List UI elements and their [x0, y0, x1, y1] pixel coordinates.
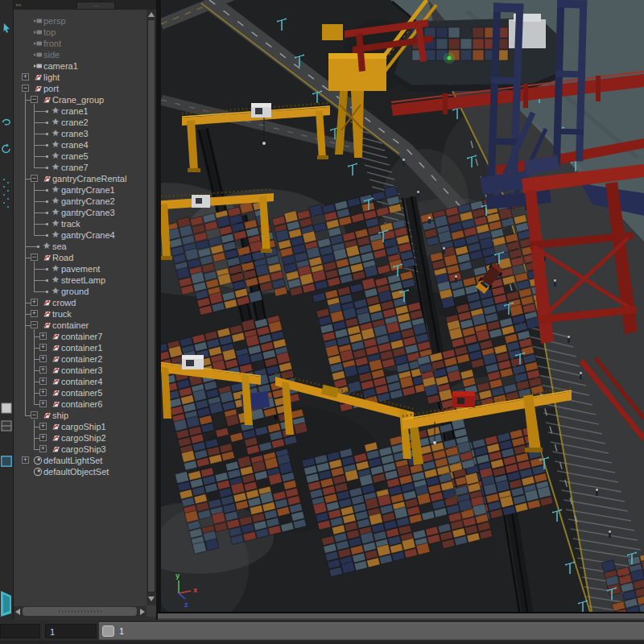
expander-container1[interactable]: + [39, 344, 47, 351]
scroll-down-arrow[interactable] [148, 597, 155, 601]
item-label: light [43, 72, 60, 83]
layout-teal-icon[interactable] [1, 589, 12, 618]
horizontal-scroll-thumb[interactable] [23, 607, 137, 616]
outliner-item-side[interactable]: side [14, 49, 147, 60]
person-figure [402, 159, 405, 166]
set-icon [33, 467, 43, 477]
paint-dots-icon[interactable] [1, 177, 12, 209]
outliner-horizontal-scrollbar[interactable] [14, 606, 147, 617]
playback-field[interactable] [0, 624, 40, 638]
scroll-left-arrow[interactable] [15, 609, 20, 615]
scroll-right-arrow[interactable] [140, 609, 145, 615]
person-figure [554, 279, 556, 287]
tree-dot [46, 133, 48, 135]
expander-container4[interactable]: + [39, 378, 47, 385]
item-label: defaultLightSet [43, 455, 102, 466]
layout-box-b-icon[interactable] [1, 420, 12, 431]
expander-container6[interactable]: + [39, 400, 47, 407]
mesh-icon [51, 196, 60, 206]
vertical-scroll-thumb[interactable] [147, 19, 155, 592]
expander-light[interactable]: + [22, 73, 29, 80]
layout-box-a-icon[interactable] [1, 402, 12, 414]
item-label: gantryCrane4 [61, 229, 115, 241]
expander-Crane_group[interactable]: − [31, 96, 38, 103]
expander-container[interactable]: − [31, 321, 38, 328]
mesh-icon [51, 140, 60, 150]
tree-dot [46, 268, 48, 270]
transform-icon [42, 320, 52, 330]
transform-icon [42, 95, 52, 105]
transform-icon [51, 399, 60, 409]
outliner-item-camera1[interactable]: camera1 [14, 60, 147, 72]
expander-port[interactable]: − [22, 85, 29, 92]
item-label: track [61, 218, 80, 229]
lasso-tool-icon[interactable] [1, 116, 12, 127]
scroll-up-arrow[interactable] [148, 12, 155, 17]
select-cursor-icon[interactable] [1, 23, 12, 34]
outliner-item-truck[interactable]: +truck [14, 308, 147, 320]
expander-cargoShip1[interactable]: + [39, 423, 47, 430]
item-label: crane2 [61, 117, 89, 128]
rotate-tool-icon[interactable] [1, 143, 12, 155]
outliner-menu-hint[interactable]: … [76, 2, 115, 10]
expander-container3[interactable]: + [39, 366, 47, 374]
expander-ship[interactable]: − [31, 411, 38, 419]
item-label: cargoShip2 [61, 432, 106, 444]
mesh-icon [51, 129, 60, 138]
range-slider[interactable]: 1 [99, 622, 644, 640]
expander-crowd[interactable]: + [31, 299, 38, 306]
expander-defaultLightSet[interactable]: + [22, 456, 29, 464]
tree-line [25, 415, 31, 416]
tree-line [34, 404, 39, 405]
tree-dot [46, 144, 48, 147]
item-label: crane7 [61, 162, 89, 173]
expander-cargoShip2[interactable]: + [39, 434, 47, 441]
set-icon [33, 456, 43, 465]
expander-truck[interactable]: + [31, 310, 38, 317]
person-figure [455, 275, 457, 283]
viewport-canvas[interactable]: y x z [161, 0, 644, 612]
outliner-item-front[interactable]: front [14, 38, 147, 49]
item-label: crowd [52, 297, 76, 308]
item-label: gantryCrane3 [61, 207, 115, 218]
layout-current-icon[interactable] [1, 456, 12, 467]
tool-strip [0, 0, 14, 620]
item-label: side [43, 49, 60, 60]
person-figure [609, 530, 611, 538]
item-label: container2 [61, 353, 102, 365]
outliner-item-defaultLightSet[interactable]: +defaultLightSet [14, 455, 147, 466]
expander-container5[interactable]: + [39, 389, 47, 396]
item-label: pavement [61, 263, 100, 275]
outliner-menubar[interactable]: ▸▸ … [14, 0, 156, 10]
expander-cargoShip3[interactable]: + [39, 445, 47, 452]
expander-gantryCraneRental[interactable]: − [31, 175, 38, 182]
outliner-vertical-scrollbar[interactable] [147, 10, 156, 605]
outliner-item-crowd[interactable]: +crowd [14, 297, 147, 308]
item-label: container3 [61, 365, 102, 376]
tree-dot [46, 223, 48, 225]
current-frame-field[interactable]: 1 [45, 624, 97, 638]
item-label: port [43, 83, 59, 94]
tree-dot [46, 189, 48, 192]
outliner-item-port[interactable]: −port [14, 83, 147, 94]
outliner-item-top[interactable]: top [14, 27, 147, 38]
item-label: crane3 [61, 128, 89, 139]
tree-line [34, 348, 39, 349]
item-label: crane5 [61, 151, 89, 162]
tree-dot [46, 110, 48, 113]
outliner-item-persp[interactable]: persp [14, 15, 147, 27]
tree-dot [46, 167, 48, 169]
person-figure [580, 372, 582, 379]
camera-icon [33, 61, 43, 71]
transform-icon [51, 377, 60, 386]
expander-Road[interactable]: − [31, 254, 38, 261]
item-label: container7 [61, 331, 102, 342]
axis-label-y: y [175, 572, 180, 580]
range-slider-handle[interactable] [102, 625, 114, 637]
bottom-strip [0, 641, 644, 644]
expander-container7[interactable]: + [39, 332, 47, 340]
outliner-item-defaultObjectSet[interactable]: defaultObjectSet [14, 466, 147, 477]
expander-container2[interactable]: + [39, 355, 47, 362]
person-figure [417, 191, 419, 198]
outliner-item-light[interactable]: +light [14, 72, 147, 83]
